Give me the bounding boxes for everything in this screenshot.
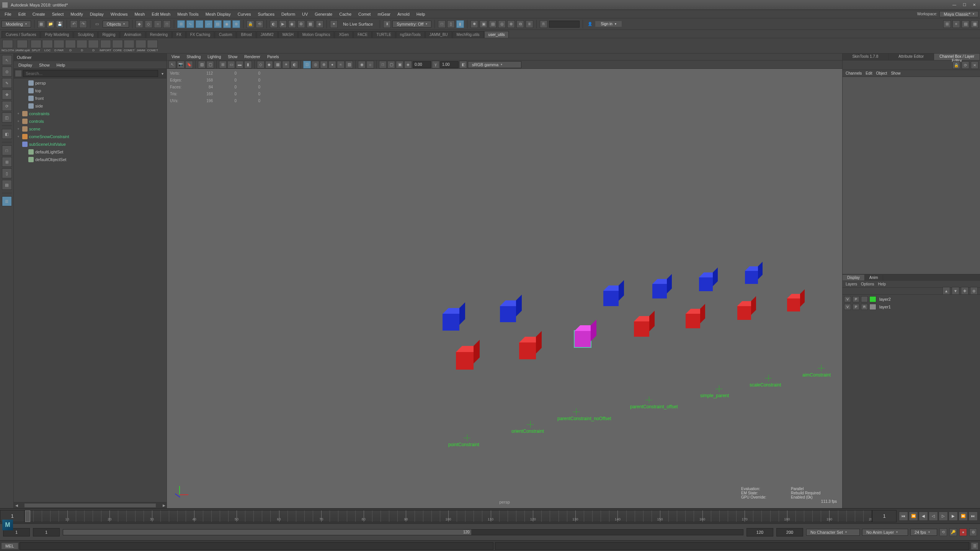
locator-icon[interactable]	[645, 396, 652, 403]
outliner-hscroll[interactable]: ◀ ▶	[14, 502, 167, 508]
layer-row[interactable]: VPRlayer1	[844, 303, 978, 311]
shelf-tab[interactable]: Custom	[215, 31, 236, 38]
render-icon[interactable]: ▶	[279, 20, 287, 28]
cb-pin-icon[interactable]: ⟳	[962, 61, 969, 69]
outliner-menu-help[interactable]: Help	[54, 62, 69, 68]
set-key-icon[interactable]: ●	[959, 528, 967, 536]
panel-menu-view[interactable]: View	[168, 54, 183, 59]
outliner-item[interactable]: +controls	[14, 117, 167, 125]
layer-move-up-icon[interactable]: ▲	[942, 287, 950, 295]
snap-plane-icon[interactable]: ▱	[205, 20, 212, 28]
vp-lights-icon[interactable]: ☀	[282, 61, 290, 68]
select-tool-icon[interactable]: ↖	[2, 55, 12, 65]
sign-in-button[interactable]: Sign in▾	[595, 21, 622, 27]
snap-center-icon[interactable]: ⊕	[232, 20, 240, 28]
script-language-label[interactable]: MEL	[2, 543, 18, 549]
vp-ao-icon[interactable]: ●	[328, 61, 336, 68]
panel-menu-show[interactable]: Show	[225, 54, 240, 59]
shelf-tab[interactable]: Rigging	[98, 31, 119, 38]
outliner-item[interactable]: subSceneUnitValue	[14, 140, 167, 148]
pause-icon[interactable]: ⏸	[526, 20, 533, 28]
shelf-tab[interactable]: user_utils	[484, 31, 509, 38]
vp-imageplane-icon[interactable]: ▧	[198, 61, 206, 68]
panel-menu-panels[interactable]: Panels	[264, 54, 282, 59]
range-end-field[interactable]	[776, 528, 803, 536]
shelf-button[interactable]: D	[65, 40, 76, 52]
shelf-button[interactable]: CORE	[112, 40, 123, 52]
open-scene-icon[interactable]: 📁	[47, 20, 54, 28]
play-forward-icon[interactable]: ▷	[939, 512, 948, 521]
account-icon[interactable]: 👤	[586, 20, 594, 28]
cb-menu-channels[interactable]: Channels	[846, 71, 862, 75]
shelf-tab[interactable]: Poly Modeling	[41, 31, 73, 38]
time-ruler[interactable]: 1020304050607080901001101201301401501601…	[24, 510, 872, 522]
sel-mask-4-icon[interactable]: □	[163, 20, 171, 28]
paint-select-tool-icon[interactable]: ✎	[2, 78, 12, 88]
undo-icon[interactable]: ↶	[70, 20, 78, 28]
outliner-tree[interactable]: persptopfrontside+constraints+controls+s…	[14, 78, 167, 502]
menu-comet[interactable]: Comet	[355, 11, 374, 17]
menu-surfaces[interactable]: Surfaces	[255, 11, 278, 17]
shelf-button[interactable]: JAMM	[136, 40, 146, 52]
vp-colorspace-dropdown[interactable]: sRGB gamma	[468, 61, 521, 68]
vp-toggle-b-icon[interactable]: ▢	[387, 61, 395, 68]
layer-row[interactable]: VPlayer2	[844, 295, 978, 303]
render-settings-icon[interactable]: ⚙	[297, 20, 305, 28]
shelf-tab[interactable]: FX Caching	[186, 31, 214, 38]
layer-menu-options[interactable]: Options	[861, 282, 874, 286]
vp-colorspace-icon[interactable]: ◧	[459, 61, 467, 68]
outliner-toggle-icon[interactable]: ☰	[2, 196, 12, 206]
playback-start-field[interactable]	[33, 528, 60, 536]
menu-curves[interactable]: Curves	[235, 11, 254, 17]
tab-skintools[interactable]: SkinTools 1.7.8	[843, 54, 889, 60]
range-slider[interactable]: 120	[63, 529, 743, 535]
vp-bookmark-icon[interactable]: 🔖	[185, 61, 193, 68]
single-pane-icon[interactable]: □	[2, 145, 12, 155]
snap-point-icon[interactable]: ·	[196, 20, 203, 28]
search-icon[interactable]	[15, 70, 21, 77]
four-pane-icon[interactable]: ⊞	[2, 157, 12, 167]
current-frame-indicator[interactable]	[25, 510, 30, 522]
menu-mesh-display[interactable]: Mesh Display	[203, 11, 234, 17]
cb-menu-edit[interactable]: Edit	[866, 71, 872, 75]
menu-arnold[interactable]: Arnold	[394, 11, 413, 17]
vp-shaded-icon[interactable]: ◆	[265, 61, 273, 68]
cb-menu-show[interactable]: Show	[891, 71, 900, 75]
layer-move-down-icon[interactable]: ▼	[952, 287, 959, 295]
menu-edit-mesh[interactable]: Edit Mesh	[149, 11, 173, 17]
toggle-e-icon[interactable]: ⧉	[516, 20, 524, 28]
render-view-icon[interactable]: ▦	[307, 20, 314, 28]
shelf-tab[interactable]: JAMM_BU	[425, 31, 452, 38]
vp-motionblur-icon[interactable]: ≈	[337, 61, 345, 68]
character-set-dropdown[interactable]: No Character Set	[806, 529, 860, 536]
vp-wireframe-icon[interactable]: ◇	[257, 61, 265, 68]
playback-end-field[interactable]	[746, 528, 773, 536]
vp-cam-icon[interactable]: 📷	[177, 61, 185, 68]
ui-element-3-icon[interactable]: ▤	[962, 20, 969, 28]
ui-element-1-icon[interactable]: ⊞	[943, 20, 951, 28]
outliner-search-input[interactable]	[23, 70, 158, 77]
step-back-frame-icon[interactable]: ◀	[919, 512, 928, 521]
cb-sync-icon[interactable]: 🔒	[952, 61, 960, 69]
expand-icon[interactable]: +	[16, 127, 21, 131]
shelf-tab[interactable]: XGen	[335, 31, 353, 38]
outliner-item[interactable]: +scene	[14, 125, 167, 133]
layer-tab-display[interactable]: Display	[843, 275, 865, 280]
vp-toggle-a-icon[interactable]: □	[379, 61, 387, 68]
menu-file[interactable]: File	[2, 11, 15, 17]
outliner-item[interactable]: +constraints	[14, 110, 167, 117]
menu-create[interactable]: Create	[29, 11, 48, 17]
close-button[interactable]: ✕	[971, 2, 978, 8]
last-tool-icon[interactable]: ◧	[2, 129, 12, 139]
shelf-tab[interactable]: Curves / Surfaces	[2, 31, 40, 38]
cb-close-icon[interactable]: ✕	[971, 61, 978, 69]
shelf-tab[interactable]: Rendering	[146, 31, 172, 38]
outliner-item[interactable]: side	[14, 102, 167, 110]
sel-mask-1-icon[interactable]: ◆	[136, 20, 143, 28]
maximize-button[interactable]: ☐	[961, 2, 968, 8]
vp-gamma-icon[interactable]: γ	[432, 61, 439, 68]
save-scene-icon[interactable]: 💾	[56, 20, 64, 28]
locator-icon[interactable]	[573, 408, 580, 415]
shelf-button[interactable]: D PAR	[54, 40, 64, 52]
selection-mask-dropdown[interactable]: Objects	[103, 21, 129, 28]
